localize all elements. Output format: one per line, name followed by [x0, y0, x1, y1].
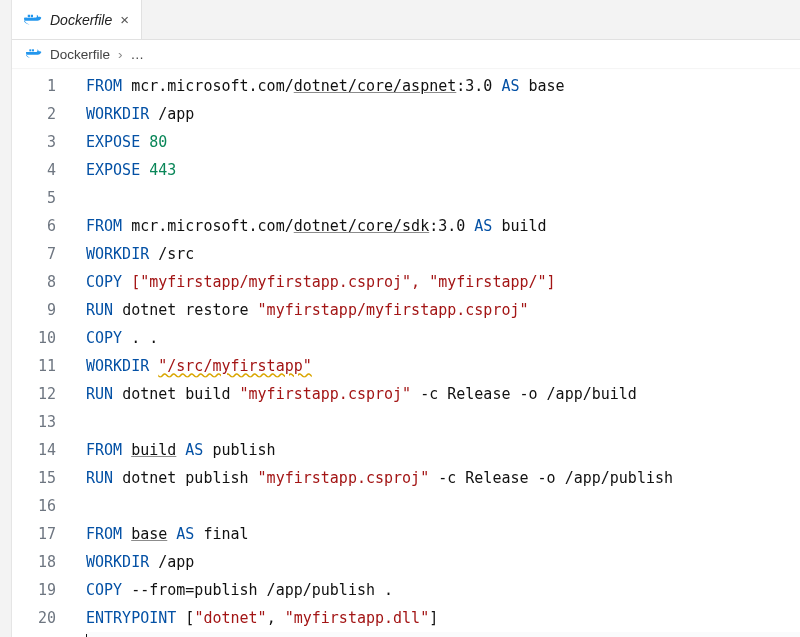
line-number: 11	[12, 352, 74, 380]
code-line[interactable]: FROM mcr.microsoft.com/dotnet/core/aspne…	[86, 72, 800, 100]
code-line[interactable]: COPY ["myfirstapp/myfirstapp.csproj", "m…	[86, 268, 800, 296]
code-line[interactable]: WORKDIR "/src/myfirstapp"	[86, 352, 800, 380]
code-line[interactable]: WORKDIR /src	[86, 240, 800, 268]
svg-rect-4	[31, 14, 33, 16]
close-icon[interactable]: ×	[120, 11, 129, 28]
line-number: 5	[12, 184, 74, 212]
svg-rect-9	[29, 49, 31, 51]
chevron-right-icon: ›	[118, 47, 123, 62]
code-line[interactable]: RUN dotnet build "myfirstapp.csproj" -c …	[86, 380, 800, 408]
code-line[interactable]: EXPOSE 80	[86, 128, 800, 156]
tab-bar: Dockerfile ×	[12, 0, 800, 40]
code-line[interactable]: EXPOSE 443	[86, 156, 800, 184]
code-line[interactable]	[86, 632, 800, 637]
code-line[interactable]: RUN dotnet restore "myfirstapp/myfirstap…	[86, 296, 800, 324]
code-line[interactable]: COPY --from=publish /app/publish .	[86, 576, 800, 604]
docker-icon	[26, 48, 42, 60]
svg-rect-10	[32, 49, 34, 51]
code-line[interactable]: FROM base AS final	[86, 520, 800, 548]
line-number: 14	[12, 436, 74, 464]
tab-dockerfile[interactable]: Dockerfile ×	[12, 0, 142, 39]
line-number: 7	[12, 240, 74, 268]
line-number: 18	[12, 548, 74, 576]
line-number: 9	[12, 296, 74, 324]
line-number: 10	[12, 324, 74, 352]
code-area[interactable]: FROM mcr.microsoft.com/dotnet/core/aspne…	[74, 72, 800, 637]
code-line[interactable]: RUN dotnet publish "myfirstapp.csproj" -…	[86, 464, 800, 492]
code-line[interactable]: WORKDIR /app	[86, 548, 800, 576]
line-number: 17	[12, 520, 74, 548]
line-number: 4	[12, 156, 74, 184]
line-number: 8	[12, 268, 74, 296]
line-number: 15	[12, 464, 74, 492]
line-number: 13	[12, 408, 74, 436]
line-number: 21	[12, 632, 74, 637]
code-line[interactable]: FROM build AS publish	[86, 436, 800, 464]
svg-rect-3	[28, 14, 30, 16]
code-editor[interactable]: 123456789101112131415161718192021 FROM m…	[12, 68, 800, 637]
code-line[interactable]	[86, 492, 800, 520]
activitybar-edge	[0, 0, 12, 637]
line-number: 6	[12, 212, 74, 240]
tab-label: Dockerfile	[50, 12, 112, 28]
code-line[interactable]: WORKDIR /app	[86, 100, 800, 128]
breadcrumb-more[interactable]: …	[131, 47, 145, 62]
code-line[interactable]	[86, 408, 800, 436]
line-number-gutter: 123456789101112131415161718192021	[12, 72, 74, 637]
docker-icon	[24, 13, 42, 27]
line-number: 20	[12, 604, 74, 632]
code-line[interactable]	[86, 184, 800, 212]
line-number: 3	[12, 128, 74, 156]
breadcrumb-file[interactable]: Dockerfile	[50, 47, 110, 62]
code-line[interactable]: FROM mcr.microsoft.com/dotnet/core/sdk:3…	[86, 212, 800, 240]
line-number: 19	[12, 576, 74, 604]
code-line[interactable]: COPY . .	[86, 324, 800, 352]
line-number: 2	[12, 100, 74, 128]
line-number: 1	[12, 72, 74, 100]
line-number: 12	[12, 380, 74, 408]
line-number: 16	[12, 492, 74, 520]
code-line[interactable]: ENTRYPOINT ["dotnet", "myfirstapp.dll"]	[86, 604, 800, 632]
breadcrumb[interactable]: Dockerfile › …	[12, 40, 800, 68]
